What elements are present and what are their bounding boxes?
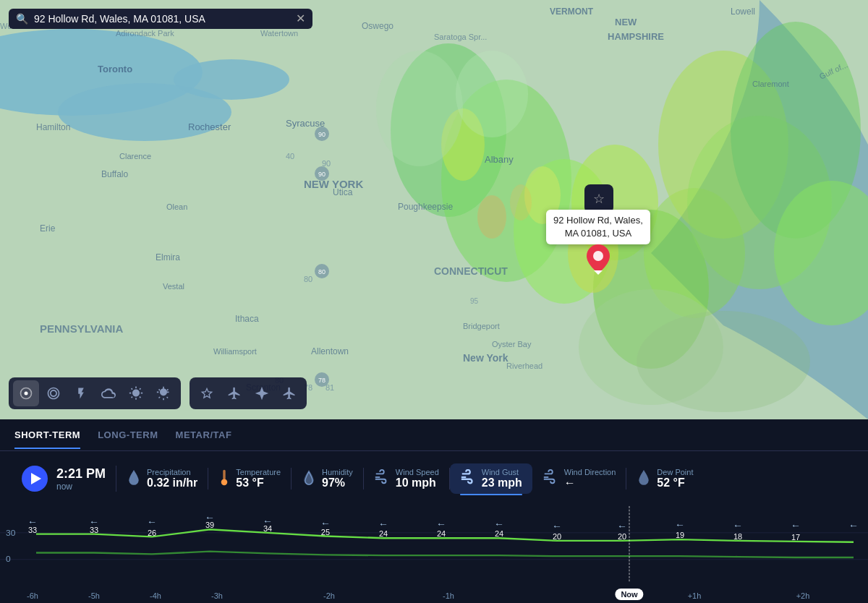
time-content: 2:21 PM now (56, 466, 106, 492)
svg-text:Rochester: Rochester (188, 121, 231, 132)
time-tick-minus4: -4h (150, 591, 161, 600)
svg-text:←: ← (436, 519, 446, 529)
svg-text:Lowell: Lowell (731, 7, 755, 17)
svg-text:Hamilton: Hamilton (36, 122, 70, 132)
humidity-label: Humidity (322, 468, 353, 476)
pin-label: 92 Hollow Rd, Wales, MA 01081, USA (546, 210, 650, 244)
svg-text:←: ← (494, 519, 504, 529)
favorite-button[interactable]: ☆ (584, 184, 613, 213)
svg-text:Riverhead: Riverhead (506, 362, 542, 370)
svg-text:←: ← (378, 519, 388, 529)
play-button[interactable] (22, 466, 48, 492)
temperature-content: Temperature 53 °F (236, 468, 281, 489)
svg-text:33: 33 (90, 526, 98, 534)
svg-text:20: 20 (553, 533, 561, 542)
time-value: 2:21 PM (56, 466, 106, 482)
tab-short-term[interactable]: SHORT-TERM (14, 422, 80, 449)
svg-text:CONNECTICUT: CONNECTICUT (434, 265, 508, 277)
map-toolbar (9, 377, 307, 409)
favorites-button[interactable] (194, 380, 220, 406)
svg-text:←: ← (791, 521, 801, 531)
svg-text:78: 78 (318, 377, 326, 384)
time-tick-plus1: +1h (688, 591, 702, 600)
sparkle-button[interactable] (249, 380, 275, 406)
time-tick-minus1: -1h (443, 591, 454, 600)
wind-direction-value: ← (564, 476, 616, 489)
svg-text:24: 24 (437, 530, 446, 539)
svg-text:Adirondack Park: Adirondack Park (116, 29, 174, 38)
svg-text:34: 34 (263, 524, 272, 533)
svg-text:17: 17 (791, 533, 800, 542)
airport-button[interactable] (221, 380, 247, 406)
wind-speed-label: Wind Speed (396, 468, 439, 476)
wind-gust-label: Wind Gust (482, 468, 522, 476)
close-icon[interactable]: ✕ (296, 13, 305, 25)
humidity-content: Humidity 97% (322, 468, 353, 489)
wind-direction-stat: Wind Direction ← (532, 468, 627, 489)
svg-text:30: 30 (6, 529, 15, 537)
wind-direction-label: Wind Direction (564, 468, 616, 476)
svg-text:VERMONT: VERMONT (550, 7, 594, 17)
svg-text:Ithaca: Ithaca (235, 314, 259, 324)
layers-button[interactable] (13, 380, 39, 406)
svg-text:90: 90 (318, 171, 326, 178)
wind-speed-content: Wind Speed 10 mph (396, 468, 439, 489)
tab-long-term[interactable]: LONG-TERM (98, 422, 158, 449)
svg-point-74 (593, 251, 603, 261)
svg-text:Saratoga Spr...: Saratoga Spr... (434, 33, 487, 41)
svg-text:Buffalo: Buffalo (101, 169, 128, 179)
storm-button[interactable] (95, 380, 122, 406)
svg-text:Watertown: Watertown (260, 29, 298, 38)
precipitation-label: Precipitation (147, 468, 197, 476)
svg-text:Bridgeport: Bridgeport (463, 322, 500, 330)
svg-text:←: ← (320, 518, 331, 528)
svg-text:Allentown: Allentown (311, 346, 349, 356)
svg-text:HAMPSHIRE: HAMPSHIRE (608, 31, 664, 42)
lightning-button[interactable] (68, 380, 94, 406)
svg-text:New York: New York (463, 352, 509, 364)
map-pin-popup: 92 Hollow Rd, Wales, MA 01081, USA (546, 210, 650, 273)
svg-text:90: 90 (318, 131, 326, 138)
airplane-mode-button[interactable] (276, 380, 302, 406)
particles-button[interactable] (150, 380, 176, 406)
svg-text:33: 33 (28, 526, 37, 534)
svg-text:0: 0 (6, 555, 11, 564)
dew-point-content: Dew Point 52 °F (657, 468, 693, 489)
svg-point-18 (456, 51, 528, 137)
search-icon: 🔍 (16, 13, 28, 25)
time-tick-plus2: +2h (796, 591, 810, 600)
svg-rect-76 (224, 469, 226, 479)
tab-metar-taf[interactable]: METAR/TAF (176, 422, 232, 449)
temperature-label: Temperature (236, 468, 281, 476)
weather-panel: SHORT-TERM LONG-TERM METAR/TAF 2:21 PM n… (0, 419, 868, 603)
precipitation-content: Precipitation 0.32 in/hr (147, 468, 197, 489)
svg-text:26: 26 (148, 529, 156, 537)
dew-point-value: 52 °F (657, 476, 693, 489)
wind-direction-content: Wind Direction ← (564, 468, 616, 489)
svg-text:Oyster Bay: Oyster Bay (492, 340, 532, 348)
temperature-stat: Temperature 53 °F (208, 468, 292, 489)
humidity-stat: Humidity 97% (292, 468, 364, 489)
search-input: 92 Hollow Rd, Wales, MA 01081, USA (34, 13, 290, 25)
precipitation-value: 0.32 in/hr (147, 476, 197, 489)
svg-text:NEW YORK: NEW YORK (304, 178, 363, 190)
wind-gust-value: 23 mph (482, 476, 522, 489)
precipitation-icon (127, 469, 141, 489)
wind-flow-button[interactable] (123, 380, 149, 406)
svg-text:95: 95 (470, 297, 479, 305)
svg-text:NEW: NEW (615, 17, 637, 27)
svg-text:Syracuse: Syracuse (286, 118, 325, 129)
tabs-row: SHORT-TERM LONG-TERM METAR/TAF (0, 419, 868, 451)
svg-text:20: 20 (618, 533, 626, 542)
wind-gust-content: Wind Gust 23 mph (482, 468, 522, 489)
map-pin-icon (587, 244, 610, 273)
chart-area: 30 0 ← ← ← ← ← ← ← ← ← ← ← (0, 506, 868, 603)
svg-text:Elmira: Elmira (156, 252, 180, 262)
svg-text:24: 24 (379, 530, 388, 539)
svg-text:80: 80 (304, 275, 312, 283)
search-bar[interactable]: 🔍 92 Hollow Rd, Wales, MA 01081, USA ✕ (9, 9, 312, 29)
svg-text:Vestal: Vestal (163, 282, 184, 291)
radar-button[interactable] (41, 380, 67, 406)
svg-text:Toronto: Toronto (98, 64, 132, 74)
wind-speed-value: 10 mph (396, 476, 439, 489)
